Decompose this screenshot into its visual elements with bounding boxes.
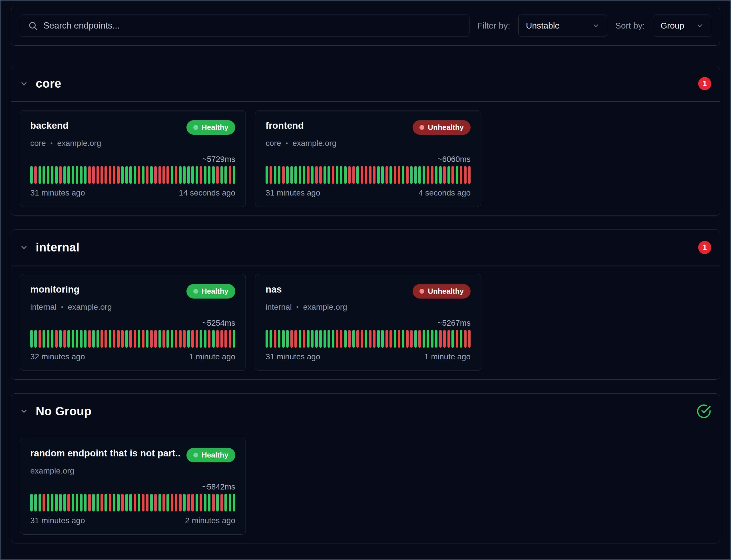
status-bar[interactable] [191, 494, 194, 511]
status-bar[interactable] [121, 330, 124, 348]
search-box[interactable] [20, 15, 470, 37]
status-bar[interactable] [183, 494, 186, 511]
endpoint-card[interactable]: monitoring Healthy internal • example.or… [20, 274, 246, 371]
status-bar[interactable] [134, 330, 136, 348]
status-bar[interactable] [327, 166, 330, 184]
status-bar[interactable] [348, 330, 350, 348]
status-bar[interactable] [233, 330, 235, 348]
status-bar[interactable] [216, 330, 219, 348]
status-bar[interactable] [290, 330, 293, 348]
status-bar[interactable] [369, 330, 372, 348]
status-bar[interactable] [216, 166, 219, 184]
status-bar[interactable] [307, 330, 309, 348]
status-bar[interactable] [435, 166, 438, 184]
status-bar[interactable] [113, 166, 115, 184]
status-bar[interactable] [212, 166, 215, 184]
status-bar[interactable] [406, 166, 409, 184]
status-bar[interactable] [142, 494, 144, 511]
status-bar[interactable] [435, 330, 438, 348]
status-bar[interactable] [410, 330, 413, 348]
status-bar[interactable] [460, 166, 462, 184]
status-bar[interactable] [84, 166, 86, 184]
status-bar[interactable] [100, 330, 103, 348]
status-bar[interactable] [196, 330, 198, 348]
status-bar[interactable] [146, 330, 148, 348]
status-bar[interactable] [373, 166, 376, 184]
status-bar[interactable] [146, 166, 148, 184]
status-bar[interactable] [55, 330, 58, 348]
status-bar[interactable] [72, 166, 74, 184]
status-bar[interactable] [402, 330, 404, 348]
status-bar[interactable] [398, 330, 400, 348]
status-bar[interactable] [187, 166, 190, 184]
status-bar[interactable] [150, 166, 153, 184]
status-bar[interactable] [183, 166, 186, 184]
status-bar[interactable] [63, 494, 66, 511]
status-bar[interactable] [319, 166, 322, 184]
status-bar[interactable] [299, 330, 301, 348]
status-bar[interactable] [468, 330, 471, 348]
sort-select[interactable]: Group [653, 15, 711, 37]
status-bar[interactable] [55, 494, 58, 511]
status-bar[interactable] [460, 330, 462, 348]
status-bar[interactable] [373, 330, 376, 348]
status-bar[interactable] [109, 330, 111, 348]
status-bar[interactable] [84, 494, 86, 511]
status-bar[interactable] [72, 494, 74, 511]
status-bar[interactable] [183, 330, 186, 348]
status-bar[interactable] [427, 330, 429, 348]
status-bar[interactable] [332, 330, 334, 348]
status-bar[interactable] [443, 330, 446, 348]
status-bar[interactable] [208, 166, 210, 184]
status-bar[interactable] [431, 330, 434, 348]
status-bar[interactable] [303, 330, 305, 348]
status-bar[interactable] [92, 494, 95, 511]
status-bar[interactable] [134, 166, 136, 184]
status-bar[interactable] [166, 166, 169, 184]
status-bar[interactable] [377, 166, 380, 184]
status-bar[interactable] [265, 330, 268, 348]
endpoint-card[interactable]: nas Unhealthy internal • example.org ~52… [255, 274, 481, 371]
status-bar[interactable] [294, 330, 297, 348]
status-bar[interactable] [158, 166, 161, 184]
status-bar[interactable] [398, 166, 400, 184]
status-bar[interactable] [30, 494, 33, 511]
status-bar[interactable] [423, 166, 425, 184]
status-bar[interactable] [278, 330, 280, 348]
status-bar[interactable] [175, 494, 177, 511]
status-bar[interactable] [92, 330, 95, 348]
status-bar[interactable] [76, 494, 78, 511]
status-bar[interactable] [109, 166, 111, 184]
status-bar[interactable] [360, 330, 363, 348]
status-bar[interactable] [233, 166, 235, 184]
status-bar[interactable] [146, 494, 148, 511]
status-bar[interactable] [154, 166, 157, 184]
status-bar[interactable] [464, 166, 467, 184]
status-bar[interactable] [158, 330, 161, 348]
status-bar[interactable] [59, 330, 62, 348]
status-bar[interactable] [47, 166, 49, 184]
status-bar[interactable] [311, 166, 313, 184]
status-bar[interactable] [381, 330, 384, 348]
status-bar[interactable] [129, 330, 132, 348]
status-bar[interactable] [229, 166, 231, 184]
status-bar[interactable] [348, 166, 350, 184]
status-bar[interactable] [43, 330, 45, 348]
status-bar[interactable] [34, 166, 37, 184]
status-bar[interactable] [200, 330, 202, 348]
status-bar[interactable] [179, 166, 182, 184]
status-bar[interactable] [220, 494, 223, 511]
status-bar[interactable] [356, 166, 359, 184]
endpoint-card[interactable]: random endpoint that is not part... Heal… [20, 438, 246, 535]
status-bar[interactable] [336, 330, 338, 348]
status-bar[interactable] [96, 330, 99, 348]
status-bar[interactable] [158, 494, 161, 511]
status-bar[interactable] [418, 166, 421, 184]
status-bar[interactable] [200, 166, 202, 184]
status-bar[interactable] [113, 494, 115, 511]
status-bar[interactable] [96, 166, 99, 184]
status-bar[interactable] [43, 166, 45, 184]
status-bar[interactable] [134, 494, 136, 511]
status-bar[interactable] [175, 330, 177, 348]
status-bar[interactable] [381, 166, 384, 184]
